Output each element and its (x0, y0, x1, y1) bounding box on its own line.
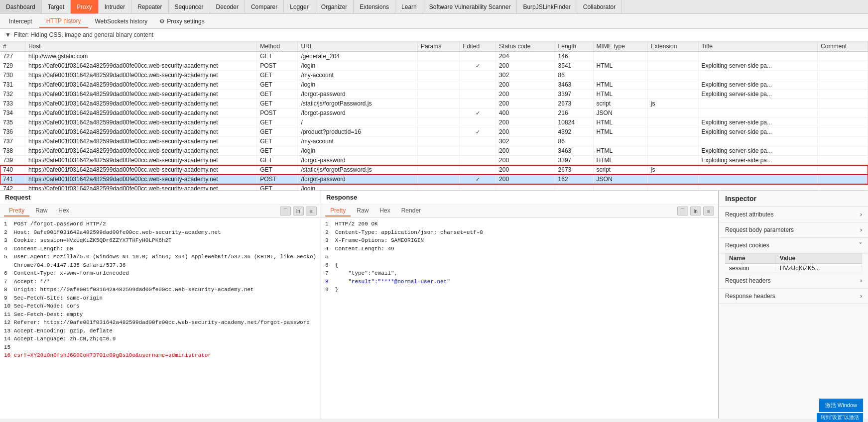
cookies-label: Request cookies (725, 242, 769, 249)
tab-request-hex[interactable]: Hex (53, 206, 74, 216)
tab-extensions[interactable]: Extensions (354, 0, 395, 13)
tab-websockets[interactable]: WebSockets history (88, 15, 155, 27)
tab-learn[interactable]: Learn (395, 0, 423, 13)
history-table: # Host Method URL Params Edited Status c… (0, 41, 868, 191)
tab-organizer[interactable]: Organizer (315, 0, 354, 13)
tab-request-raw[interactable]: Raw (30, 206, 52, 216)
response-content[interactable]: 1 HTTP/2 200 OK2 Content-Type: applicati… (321, 218, 718, 419)
top-nav: Dashboard Target Proxy Intruder Repeater… (0, 0, 868, 14)
chevron-right-icon-3: › (860, 277, 862, 284)
watermark: 激活 Window (819, 399, 863, 412)
table-row[interactable]: 733https://0afe001f031642a482599dad00fe0… (0, 99, 868, 108)
tab-response-pretty[interactable]: Pretty (325, 206, 351, 216)
inspector-section-cookies[interactable]: Request cookies ˅ (719, 238, 868, 253)
tab-intercept[interactable]: Intercept (2, 15, 39, 27)
tab-repeater[interactable]: Repeater (131, 0, 168, 13)
secondary-nav: Intercept HTTP history WebSockets histor… (0, 14, 868, 29)
inspector-section-request-attributes[interactable]: Request attributes › (719, 207, 868, 222)
request-more-btn[interactable]: ≡ (306, 207, 317, 215)
cookie-row: session HVzUqKiZK5... (725, 264, 862, 273)
table-row[interactable]: 736https://0afe001f031642a482599dad00fe0… (0, 127, 868, 137)
tab-collaborator[interactable]: Collaborator (577, 0, 622, 13)
col-params[interactable]: Params (417, 41, 459, 52)
table-row[interactable]: 729https://0afe001f031642a482599dad00fe0… (0, 61, 868, 71)
tab-sequencer[interactable]: Sequencer (169, 0, 210, 13)
chevron-right-icon-2: › (860, 226, 862, 233)
request-attributes-label: Request attributes (725, 211, 773, 218)
tab-proxy[interactable]: Proxy (71, 0, 99, 13)
cookie-value: HVzUqKiZK5... (775, 264, 862, 273)
table-row[interactable]: 727http://www.gstatic.comGET/generate_20… (0, 52, 868, 61)
proxy-settings-button[interactable]: ⚙ Proxy settings (154, 16, 209, 27)
inspector-cookies-content: Name Value session HVzUqKiZK5... (719, 253, 868, 273)
col-ext[interactable]: Extension (647, 41, 698, 52)
response-panel-tabs: Pretty Raw Hex Render ⌒ ln ≡ (321, 205, 718, 218)
request-content[interactable]: 1 POST /forgot-password HTTP/22 Host: 0a… (0, 218, 321, 419)
body-params-label: Request body parameters (725, 226, 794, 233)
table-row[interactable]: 737https://0afe001f031642a482599dad00fe0… (0, 137, 868, 146)
cookies-table: Name Value session HVzUqKiZK5... (725, 253, 862, 273)
history-table-container[interactable]: # Host Method URL Params Edited Status c… (0, 41, 868, 191)
table-row[interactable]: 739https://0afe001f031642a482599dad00fe0… (0, 156, 868, 165)
response-wrap-btn[interactable]: ⌒ (677, 207, 688, 215)
watermark-sub: 转到"设置"以激活 (817, 413, 863, 419)
tab-comparer[interactable]: Comparer (245, 0, 284, 13)
inspector-title: Inspector (719, 191, 868, 207)
request-panel-title: Request (0, 191, 321, 205)
table-row[interactable]: 730https://0afe001f031642a482599dad00fe0… (0, 71, 868, 80)
request-panel-tabs: Pretty Raw Hex ⌒ ln ≡ (0, 205, 321, 218)
col-mime[interactable]: MIME type (593, 41, 647, 52)
request-wrap-btn[interactable]: ⌒ (280, 207, 291, 215)
tab-request-pretty[interactable]: Pretty (4, 206, 29, 216)
tab-response-render[interactable]: Render (396, 206, 426, 216)
chevron-down-icon: ˅ (859, 242, 862, 249)
tab-intruder[interactable]: Intruder (99, 0, 131, 13)
tab-software-vuln[interactable]: Software Vulnerability Scanner (423, 0, 517, 13)
response-panel-title: Response (321, 191, 718, 205)
tab-response-raw[interactable]: Raw (352, 206, 373, 216)
chevron-right-icon: › (860, 211, 862, 218)
response-panel-actions: ⌒ ln ≡ (677, 207, 714, 215)
inspector-section-body-params[interactable]: Request body parameters › (719, 222, 868, 238)
inspector-section-response-headers[interactable]: Response headers › (719, 289, 868, 304)
tab-decoder[interactable]: Decoder (210, 0, 245, 13)
tab-logger[interactable]: Logger (284, 0, 315, 13)
table-row[interactable]: 740https://0afe001f031642a482599dad00fe0… (0, 165, 868, 175)
table-row[interactable]: 741https://0afe001f031642a482599dad00fe0… (0, 175, 868, 184)
table-row[interactable]: 732https://0afe001f031642a482599dad00fe0… (0, 90, 868, 99)
inspector-panel: Inspector Request attributes › Request b… (719, 191, 868, 419)
col-name: Name (725, 253, 775, 264)
request-panel: Request Pretty Raw Hex ⌒ ln ≡ 1 POST /fo… (0, 191, 321, 419)
col-num[interactable]: # (0, 41, 25, 52)
table-row[interactable]: 734https://0afe001f031642a482599dad00fe0… (0, 108, 868, 118)
tab-response-hex[interactable]: Hex (374, 206, 395, 216)
filter-icon: ▼ (5, 31, 11, 38)
tab-burpjslink[interactable]: BurpJSLinkFinder (517, 0, 577, 13)
tab-dashboard[interactable]: Dashboard (0, 0, 42, 13)
request-panel-actions: ⌒ ln ≡ (280, 207, 317, 215)
response-ln-btn[interactable]: ln (690, 207, 701, 215)
col-status[interactable]: Status code (496, 41, 555, 52)
filter-bar: ▼ Filter: Hiding CSS, image and general … (0, 29, 868, 41)
col-host[interactable]: Host (25, 41, 256, 52)
inspector-section-request-headers[interactable]: Request headers › (719, 273, 868, 289)
col-title[interactable]: Title (698, 41, 817, 52)
tab-target[interactable]: Target (42, 0, 71, 13)
response-more-btn[interactable]: ≡ (703, 207, 714, 215)
col-comment[interactable]: Comment (818, 41, 868, 52)
bottom-panels: Request Pretty Raw Hex ⌒ ln ≡ 1 POST /fo… (0, 191, 868, 419)
table-row[interactable]: 731https://0afe001f031642a482599dad00fe0… (0, 80, 868, 90)
table-row[interactable]: 742https://0afe001f031642a482599dad00fe0… (0, 184, 868, 191)
response-headers-label: Response headers (725, 293, 775, 300)
col-method[interactable]: Method (257, 41, 298, 52)
gear-icon: ⚙ (159, 18, 165, 25)
col-url[interactable]: URL (298, 41, 417, 52)
tab-http-history[interactable]: HTTP history (39, 15, 88, 28)
col-edited[interactable]: Edited (460, 41, 496, 52)
table-row[interactable]: 738https://0afe001f031642a482599dad00fe0… (0, 146, 868, 156)
col-value: Value (775, 253, 862, 264)
request-ln-btn[interactable]: ln (293, 207, 304, 215)
filter-text: Filter: Hiding CSS, image and general bi… (14, 31, 153, 38)
col-length[interactable]: Length (555, 41, 593, 52)
table-row[interactable]: 735https://0afe001f031642a482599dad00fe0… (0, 118, 868, 127)
